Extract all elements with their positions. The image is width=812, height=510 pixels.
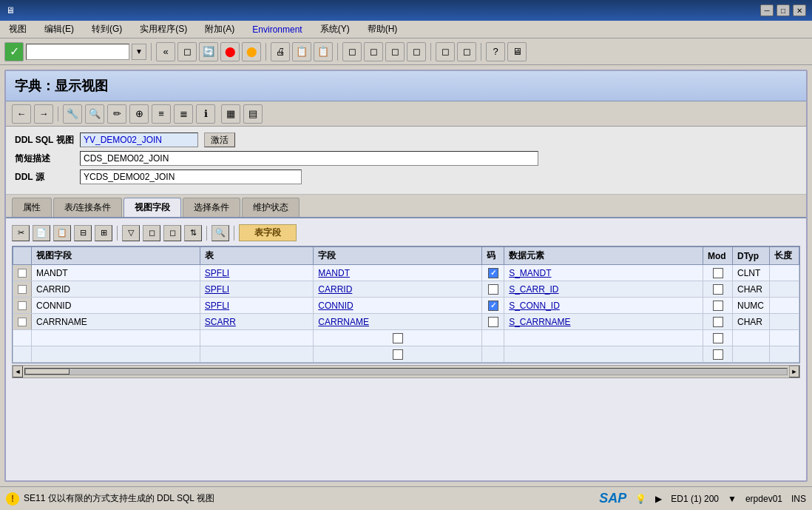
key-checkbox-empty[interactable] — [393, 333, 403, 343]
row-selector[interactable] — [13, 281, 32, 298]
tbl-paste[interactable]: 📋 — [53, 225, 71, 241]
tool-e[interactable]: ≡ — [152, 104, 171, 124]
mod-checkbox[interactable] — [713, 284, 723, 295]
mod-checkbox-empty[interactable] — [713, 349, 723, 360]
menu-extras[interactable]: 附加(A) — [202, 21, 237, 37]
tool-d[interactable]: ⊕ — [129, 104, 149, 124]
ddl-source-input[interactable] — [80, 170, 302, 184]
tool-button-4[interactable]: ◻ — [364, 42, 383, 61]
mod-checkbox[interactable] — [713, 317, 723, 327]
scroll-left-button[interactable]: ◄ — [13, 366, 23, 378]
nav-forward-button[interactable]: → — [34, 104, 53, 124]
menu-environment[interactable]: Environment — [249, 23, 305, 36]
tbl-cut[interactable]: ✂ — [12, 225, 30, 241]
tbl-btn8[interactable]: ◻ — [163, 225, 181, 241]
tool-button-1[interactable]: 📋 — [292, 42, 311, 61]
row-selector[interactable] — [13, 265, 32, 281]
key-checkbox[interactable]: ✓ — [488, 301, 498, 311]
cell-empty — [770, 346, 799, 363]
tool-c[interactable]: ✏ — [107, 104, 126, 124]
status-icon: 💡 — [635, 494, 646, 504]
menu-system[interactable]: 系统(Y) — [317, 21, 353, 37]
cell-key[interactable]: ✓ — [482, 265, 504, 281]
desc-input[interactable] — [80, 151, 538, 166]
tool-button-2[interactable]: 📋 — [314, 42, 333, 61]
back-button[interactable]: « — [156, 42, 175, 61]
row-selector[interactable] — [13, 298, 32, 314]
nav-button-1[interactable]: ◻ — [177, 42, 197, 61]
menu-view[interactable]: 视图 — [6, 21, 30, 37]
cell-mod[interactable] — [703, 281, 733, 298]
nav-button-4[interactable]: ⬤ — [242, 42, 261, 61]
scroll-right-button[interactable]: ► — [789, 366, 799, 378]
cell-key[interactable]: ✓ — [482, 298, 504, 314]
nav-back-button[interactable]: ← — [12, 104, 31, 124]
menu-goto[interactable]: 转到(G) — [89, 21, 125, 37]
mod-checkbox-empty[interactable] — [713, 333, 723, 343]
nav-button-3[interactable]: ⬤ — [220, 42, 240, 61]
tool-f[interactable]: ≣ — [174, 104, 193, 124]
check-button[interactable]: ✓ — [4, 42, 24, 61]
tab-join[interactable]: 表/连接条件 — [53, 198, 122, 217]
tbl-btn10[interactable]: 🔍 — [212, 225, 229, 241]
minimize-button[interactable]: ─ — [760, 4, 774, 16]
status-dropdown[interactable]: ▼ — [728, 494, 737, 504]
row-select-checkbox[interactable] — [18, 318, 27, 326]
key-checkbox[interactable]: ✓ — [488, 268, 498, 278]
tool-a[interactable]: 🔧 — [63, 104, 82, 124]
command-input[interactable] — [26, 44, 129, 60]
row-select-checkbox[interactable] — [18, 269, 27, 278]
cell-mod[interactable] — [703, 314, 733, 330]
display-button[interactable]: 🖥 — [507, 42, 527, 61]
activate-button[interactable]: 激活 — [204, 132, 235, 147]
mod-checkbox[interactable] — [713, 301, 723, 311]
tab-view-fields[interactable]: 视图字段 — [124, 198, 181, 217]
tool-button-8[interactable]: ◻ — [457, 42, 476, 61]
tbl-btn9[interactable]: ⇅ — [184, 225, 202, 241]
tool-button-6[interactable]: ◻ — [407, 42, 426, 61]
row-selector[interactable] — [13, 314, 32, 330]
tab-select-conditions[interactable]: 选择条件 — [183, 198, 240, 217]
tbl-filter[interactable]: ▽ — [122, 225, 140, 241]
nav-button-2[interactable]: 🔄 — [199, 42, 218, 61]
tbl-btn7[interactable]: ◻ — [143, 225, 160, 241]
tool-button-7[interactable]: ◻ — [436, 42, 455, 61]
tbl-copy[interactable]: 📄 — [33, 225, 50, 241]
help-icon-button[interactable]: ? — [486, 42, 505, 61]
menu-utilities[interactable]: 实用程序(S) — [137, 21, 190, 37]
close-button[interactable]: ✕ — [793, 4, 806, 16]
key-checkbox[interactable] — [488, 317, 498, 327]
cell-key[interactable] — [482, 281, 504, 298]
cell-mod[interactable] — [703, 265, 733, 281]
cell-key[interactable] — [482, 314, 504, 330]
key-checkbox[interactable] — [488, 284, 498, 295]
print-button[interactable]: 🖨 — [271, 42, 290, 61]
menu-help[interactable]: 帮助(H) — [365, 21, 401, 37]
row-select-checkbox[interactable] — [18, 301, 27, 310]
tbl-btn4[interactable]: ⊟ — [74, 225, 92, 241]
tool-i[interactable]: ▤ — [243, 104, 263, 124]
cell-mod[interactable] — [703, 298, 733, 314]
menu-edit[interactable]: 编辑(E) — [41, 21, 77, 37]
tab-maintenance[interactable]: 维护状态 — [242, 198, 300, 217]
ddl-sql-input[interactable] — [80, 132, 198, 147]
mod-checkbox[interactable] — [713, 268, 723, 278]
row-select-checkbox[interactable] — [18, 285, 27, 294]
cell-view-field: CARRID — [32, 281, 200, 298]
tool-h[interactable]: ▦ — [221, 104, 240, 124]
key-checkbox-empty[interactable] — [393, 349, 403, 360]
cell-empty — [482, 346, 504, 363]
command-dropdown[interactable]: ▼ — [132, 44, 146, 60]
cell-view-field: CARRNAME — [32, 314, 200, 330]
h-scrollbar-thumb[interactable] — [25, 369, 70, 375]
tab-properties[interactable]: 属性 — [12, 198, 52, 217]
tool-g[interactable]: ℹ — [196, 104, 215, 124]
tool-button-5[interactable]: ◻ — [385, 42, 405, 61]
tbl-btn5[interactable]: ⊞ — [95, 225, 112, 241]
tool-button-3[interactable]: ◻ — [342, 42, 362, 61]
h-scrollbar-track[interactable] — [24, 368, 788, 375]
data-table-wrapper[interactable]: 视图字段 表 字段 码 数据元素 Mod DTyp 长度 MANDTSPFLIM… — [12, 246, 800, 363]
tool-b[interactable]: 🔍 — [85, 104, 104, 124]
table-row-empty — [13, 346, 799, 363]
maximize-button[interactable]: □ — [777, 4, 790, 16]
